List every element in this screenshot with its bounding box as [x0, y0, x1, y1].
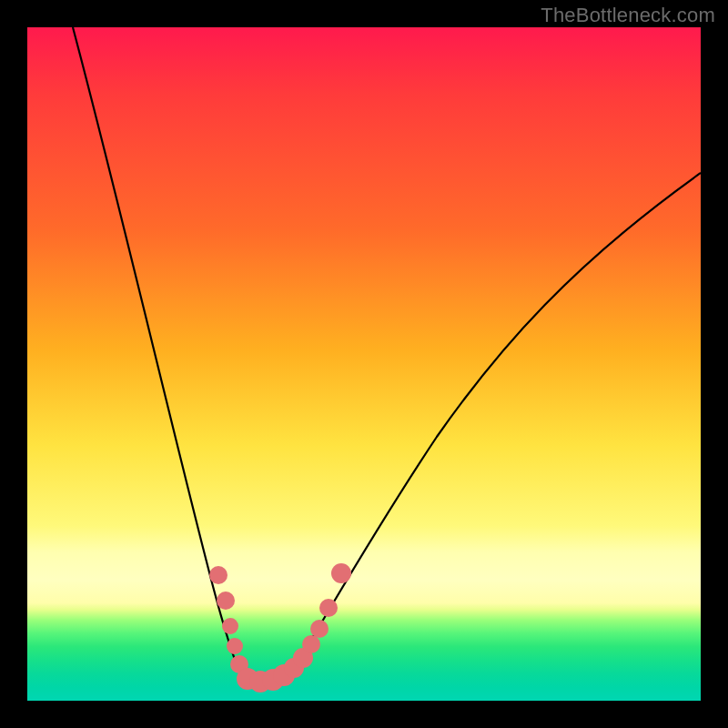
marker-dot — [217, 592, 235, 610]
bottleneck-curve — [73, 27, 701, 685]
plot-area — [27, 27, 701, 701]
marker-dot — [222, 618, 238, 634]
marker-dot — [319, 599, 338, 617]
chart-frame: TheBottleneck.com — [0, 0, 728, 728]
curve-layer — [27, 27, 701, 701]
marker-dot — [302, 635, 320, 653]
marker-dot — [209, 566, 228, 584]
marker-dot — [227, 638, 243, 654]
marker-dot — [310, 620, 329, 638]
watermark-text: TheBottleneck.com — [541, 4, 715, 27]
marker-dot — [331, 563, 351, 583]
highlight-markers — [209, 563, 351, 693]
